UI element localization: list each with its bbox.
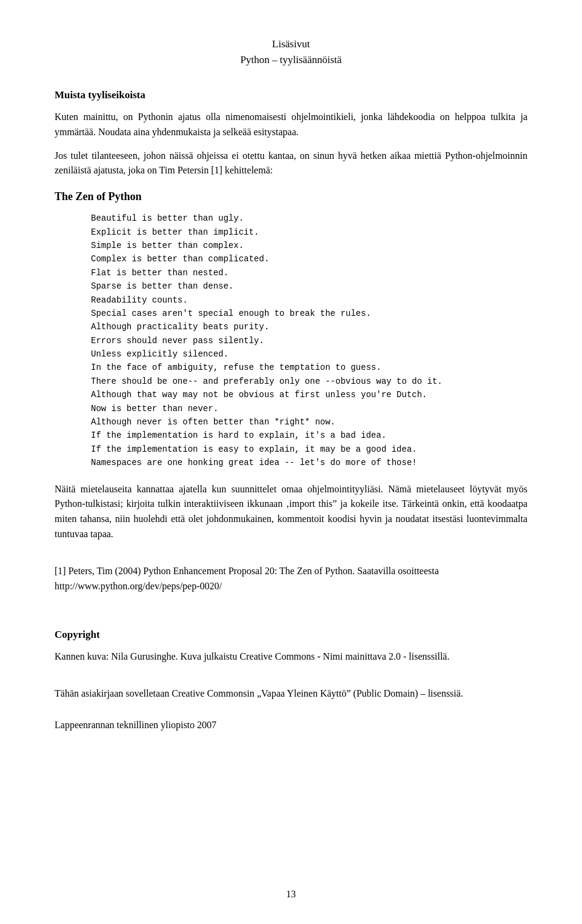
page-number: 13	[0, 889, 582, 900]
spacer3	[55, 675, 527, 686]
reference-block: [1] Peters, Tim (2004) Python Enhancemen…	[55, 564, 527, 594]
spacer	[55, 553, 527, 564]
page-header: Lisäsivut Python – tyylisäännöistä	[55, 36, 527, 67]
section-heading: Muista tyyliseikoista	[55, 89, 527, 101]
copyright-line2: Tähän asiakirjaan sovelletaan Creative C…	[55, 686, 527, 701]
page-container: Lisäsivut Python – tyylisäännöistä Muist…	[0, 0, 582, 924]
paragraph2: Jos tulet tilanteeseen, johon näissä ohj…	[55, 149, 527, 179]
zen-code-block: Beautiful is better than ugly. Explicit …	[91, 212, 527, 469]
copyright-line1: Kannen kuva: Nila Gurusinghe. Kuva julka…	[55, 649, 527, 665]
institution: Lappeenrannan teknillinen yliopisto 2007	[55, 720, 527, 731]
header-line2: Python – tyylisäännöistä	[55, 52, 527, 68]
paragraph1: Kuten mainittu, on Pythonin ajatus olla …	[55, 110, 527, 140]
copyright-section: Copyright Kannen kuva: Nila Gurusinghe. …	[55, 629, 527, 701]
spacer2	[55, 612, 527, 623]
header-line1: Lisäsivut	[55, 36, 527, 52]
paragraph3: Näitä mietelauseita kannattaa ajatella k…	[55, 482, 527, 542]
zen-heading: The Zen of Python	[55, 190, 527, 203]
copyright-heading: Copyright	[55, 629, 527, 641]
